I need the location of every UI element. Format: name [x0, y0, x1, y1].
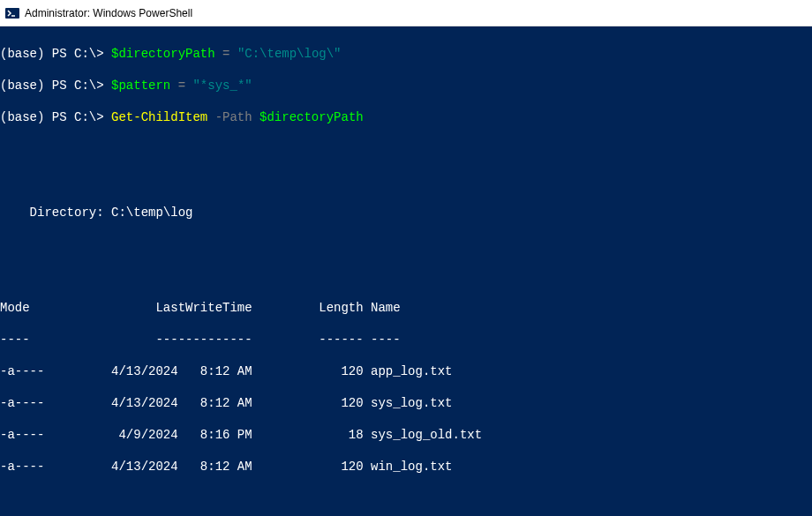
table-row: -a---- 4/13/2024 8:12 AM 120 app_log.txt [0, 363, 812, 379]
window-title: Administrator: Windows PowerShell [25, 7, 192, 19]
table-row: -a---- 4/13/2024 8:12 AM 120 sys_log.txt [0, 395, 812, 411]
string-literal: "C:\temp\log\" [237, 47, 342, 61]
variable: $pattern [111, 79, 170, 93]
flag: -Path [207, 110, 259, 124]
table-row: -a---- 4/9/2024 8:16 PM 18 sys_log_old.t… [0, 427, 812, 443]
blank-line [0, 490, 812, 506]
variable: $directoryPath [111, 47, 215, 61]
directory-line: Directory: C:\temp\log [0, 205, 812, 221]
operator: = [170, 79, 192, 93]
prompt-prefix: (base) PS C:\> [0, 110, 104, 124]
command-line: (base) PS C:\> $pattern = "*sys_*" [0, 78, 812, 93]
operator: = [215, 47, 237, 61]
blank-line [0, 236, 812, 252]
terminal-output[interactable]: (base) PS C:\> $directoryPath = "C:\temp… [0, 26, 812, 516]
string-literal: "*sys_*" [192, 79, 252, 93]
window-titlebar[interactable]: Administrator: Windows PowerShell [0, 0, 812, 26]
svg-rect-0 [5, 8, 19, 19]
variable: $directoryPath [259, 110, 364, 124]
command-line: (base) PS C:\> Get-ChildItem -Path $dire… [0, 109, 812, 125]
blank-line [0, 268, 812, 284]
table-divider: ---- ------------- ------ ---- [0, 332, 812, 348]
table-row: -a---- 4/13/2024 8:12 AM 120 win_log.txt [0, 459, 812, 475]
command-line: (base) PS C:\> $directoryPath = "C:\temp… [0, 46, 812, 62]
blank-line [0, 141, 812, 157]
powershell-icon [5, 6, 19, 20]
prompt-prefix: (base) PS C:\> [0, 79, 104, 93]
prompt-prefix: (base) PS C:\> [0, 47, 104, 61]
cmdlet: Get-ChildItem [111, 110, 207, 124]
table-header: Mode LastWriteTime Length Name [0, 300, 812, 316]
blank-line [0, 173, 812, 189]
